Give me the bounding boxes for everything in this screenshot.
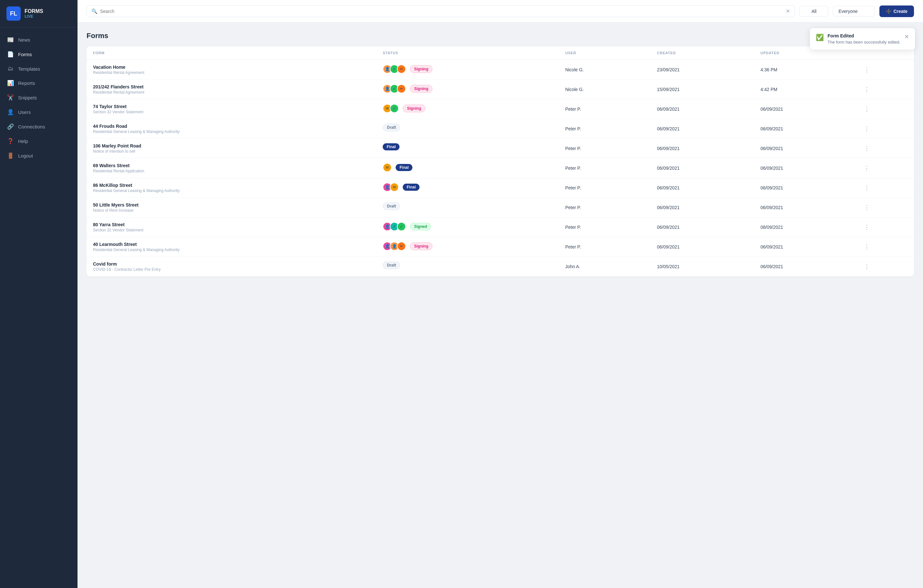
form-name: Vacation Home xyxy=(93,64,370,70)
form-created-cell: 15/09/2021 xyxy=(650,80,754,99)
create-button[interactable]: ➕ Create xyxy=(879,5,914,17)
row-more-button[interactable]: ⋮ xyxy=(864,126,870,132)
sidebar-item-users[interactable]: 👤 Users xyxy=(0,105,77,120)
form-user-cell: Peter P. xyxy=(559,178,650,198)
form-actions-cell: ⋮ xyxy=(857,178,914,198)
table-row[interactable]: 80 Yarra Street Section 32 Vendor Statem… xyxy=(87,218,914,237)
form-subname: Residential Rental Application xyxy=(93,169,370,173)
content-area: Forms ✅ Form Edited The form has been su… xyxy=(77,23,923,588)
form-created-cell: 23/09/2021 xyxy=(650,60,754,80)
form-actions-cell: ⋮ xyxy=(857,257,914,277)
status-badge: Signing xyxy=(410,85,432,93)
table-row[interactable]: 106 Marley Point Road Notice of intentio… xyxy=(87,139,914,159)
sidebar-label-templates: Templates xyxy=(18,66,40,72)
form-actions-cell: ⋮ xyxy=(857,218,914,237)
sidebar-item-forms[interactable]: 📄 Forms xyxy=(0,47,77,62)
form-name-cell: 86 McKillop Street Residential General L… xyxy=(87,178,376,198)
form-created-cell: 06/09/2021 xyxy=(650,99,754,119)
sidebar-item-snippets[interactable]: ✂️ Snippets xyxy=(0,90,77,105)
form-avatars-status-cell: ✉✓ Signing xyxy=(376,99,559,118)
news-icon: 📰 xyxy=(7,36,13,43)
form-subname: Notice of intention to sell xyxy=(93,149,370,154)
table-row[interactable]: 50 Little Myers Street Notice of Rent In… xyxy=(87,198,914,218)
sidebar-label-news: News xyxy=(18,37,30,43)
avatar-icon: ✓ xyxy=(397,222,406,231)
search-box: 🔍 ✕ xyxy=(87,5,795,17)
row-more-button[interactable]: ⋮ xyxy=(864,106,870,112)
help-icon: ❓ xyxy=(7,138,13,144)
sidebar-item-news[interactable]: 📰 News xyxy=(0,33,77,47)
sidebar-item-logout[interactable]: 🚪 Logout xyxy=(0,149,77,163)
form-created-cell: 10/05/2021 xyxy=(650,257,754,277)
row-more-button[interactable]: ⋮ xyxy=(864,67,870,73)
avatar-icon: ✏ xyxy=(397,64,406,74)
toast-message: The form has been successfully edited. xyxy=(828,40,900,44)
form-name: 74 Taylor Street xyxy=(93,104,370,109)
search-input[interactable] xyxy=(100,9,783,14)
row-more-button[interactable]: ⋮ xyxy=(864,185,870,191)
row-more-button[interactable]: ⋮ xyxy=(864,145,870,152)
col-status: STATUS xyxy=(376,46,559,60)
form-subname: Residential General Leasing & Managing A… xyxy=(93,247,370,252)
form-name: 40 Learmouth Street xyxy=(93,242,370,247)
form-updated-cell: 06/09/2021 xyxy=(754,119,858,139)
form-subname: COVID-19 - Contractor Letter Pre Entry xyxy=(93,267,370,272)
status-badge: Signing xyxy=(410,242,432,250)
search-icon: 🔍 xyxy=(91,8,97,14)
form-actions-cell: ⋮ xyxy=(857,60,914,80)
form-updated-cell: 4:36 PM xyxy=(754,60,858,80)
sidebar-label-snippets: Snippets xyxy=(18,95,37,100)
form-name-cell: 80 Yarra Street Section 32 Vendor Statem… xyxy=(87,218,376,237)
header: 🔍 ✕ All Everyone ➕ Create xyxy=(77,0,923,23)
form-avatars-status-cell: Draft xyxy=(376,257,559,274)
row-more-button[interactable]: ⋮ xyxy=(864,86,870,93)
table-row[interactable]: Vacation Home Residential Rental Agreeme… xyxy=(87,60,914,80)
row-more-button[interactable]: ⋮ xyxy=(864,244,870,250)
table-row[interactable]: 201/242 Flanders Street Residential Rent… xyxy=(87,80,914,99)
table-row[interactable]: 74 Taylor Street Section 32 Vendor State… xyxy=(87,99,914,119)
form-subname: Residential Rental Agreement xyxy=(93,90,370,95)
form-subname: Residential General Leasing & Managing A… xyxy=(93,188,370,193)
form-updated-cell: 4:42 PM xyxy=(754,80,858,99)
sidebar-item-help[interactable]: ❓ Help xyxy=(0,134,77,149)
table-row[interactable]: 44 Frouds Road Residential General Leasi… xyxy=(87,119,914,139)
form-actions-cell: ⋮ xyxy=(857,159,914,178)
form-user-cell: John A. xyxy=(559,257,650,277)
sidebar-item-reports[interactable]: 📊 Reports xyxy=(0,76,77,90)
form-name: Covid form xyxy=(93,261,370,267)
row-more-button[interactable]: ⋮ xyxy=(864,263,870,270)
sidebar-item-connections[interactable]: 🔗 Connections xyxy=(0,120,77,134)
search-clear-icon[interactable]: ✕ xyxy=(786,8,790,14)
logo-subtitle: LIVE xyxy=(25,14,43,19)
form-name: 44 Frouds Road xyxy=(93,124,370,129)
table-row[interactable]: 40 Learmouth Street Residential General … xyxy=(87,237,914,257)
sidebar-label-help: Help xyxy=(18,138,28,144)
everyone-select[interactable]: Everyone xyxy=(833,6,875,17)
form-name: 50 Little Myers Street xyxy=(93,202,370,208)
form-subname: Residential General Leasing & Managing A… xyxy=(93,129,370,134)
avatar-icon: ✏ xyxy=(397,242,406,251)
toast-close-icon[interactable]: ✕ xyxy=(904,33,909,40)
sidebar-item-templates[interactable]: 🗂 Templates xyxy=(0,62,77,76)
sidebar-label-connections: Connections xyxy=(18,124,45,129)
row-more-button[interactable]: ⋮ xyxy=(864,165,870,171)
row-more-button[interactable]: ⋮ xyxy=(864,204,870,211)
table-row[interactable]: Covid form COVID-19 - Contractor Letter … xyxy=(87,257,914,277)
form-user-cell: Peter P. xyxy=(559,237,650,257)
status-badge: Final xyxy=(396,164,412,171)
table-row[interactable]: 69 Walters Street Residential Rental App… xyxy=(87,159,914,178)
row-more-button[interactable]: ⋮ xyxy=(864,224,870,231)
col-created: CREATED xyxy=(650,46,754,60)
create-plus-icon: ➕ xyxy=(886,9,891,14)
row-avatars: 👤✓✏ xyxy=(383,84,406,93)
table-row[interactable]: 86 McKillop Street Residential General L… xyxy=(87,178,914,198)
filter-select[interactable]: All xyxy=(799,6,828,17)
status-badge: Draft xyxy=(383,202,400,210)
form-actions-cell: ⋮ xyxy=(857,139,914,159)
status-badge: Draft xyxy=(383,124,400,131)
connections-icon: 🔗 xyxy=(7,123,13,130)
toast-title: Form Edited xyxy=(828,33,900,38)
avatar-icon: ✉ xyxy=(390,183,399,192)
form-name-cell: 40 Learmouth Street Residential General … xyxy=(87,237,376,257)
form-name-cell: 69 Walters Street Residential Rental App… xyxy=(87,159,376,178)
